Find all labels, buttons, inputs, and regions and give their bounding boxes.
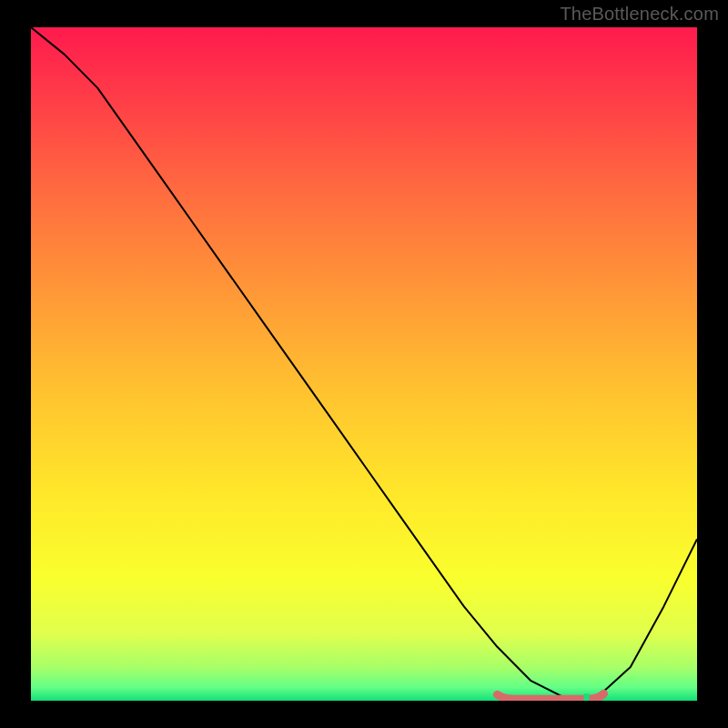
- chart-container: TheBottleneck.com: [0, 0, 728, 728]
- highlight-gap: [584, 693, 590, 701]
- gradient-background: [31, 27, 697, 701]
- plot-area: [31, 27, 697, 701]
- bottleneck-chart: [31, 27, 697, 701]
- watermark-text: TheBottleneck.com: [560, 4, 719, 25]
